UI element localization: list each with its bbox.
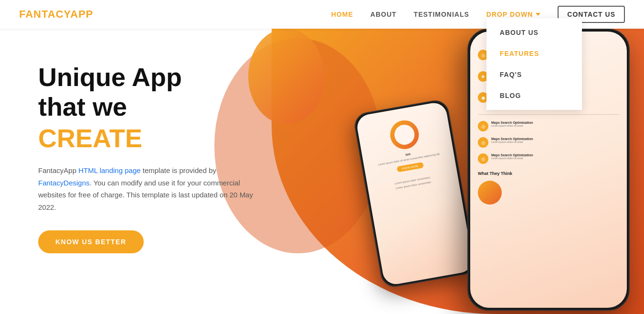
service-desc-6: Lorem ipsum dolor sit amet xyxy=(491,157,619,161)
service-desc-4: Lorem ipsum dolor sit amet xyxy=(491,124,619,128)
nav-link-testimonials[interactable]: TESTIMONIALS xyxy=(414,11,469,18)
nav-item-dropdown[interactable]: DROP DOWN ABOUT US FEATURES FAQ'S BLO xyxy=(486,11,540,18)
service-title-5: Maps Search Optimization xyxy=(491,137,619,141)
hero-section: FANTACYAPP HOME ABOUT TESTIMONIALS DROP … xyxy=(0,0,644,314)
testimonial-avatar xyxy=(478,181,502,205)
service-text-6: Maps Search Optimization Lorem ipsum dol… xyxy=(491,153,619,161)
mini-circle-graphic xyxy=(388,118,422,152)
dropdown-item-blog[interactable]: BLOG xyxy=(486,85,582,106)
fantacy-designs-link[interactable]: FantacyDesigns xyxy=(38,179,90,187)
mini-circle-inner xyxy=(393,123,416,147)
nav-item-contact[interactable]: CONTACT US xyxy=(558,10,625,19)
dropdown-link-features[interactable]: FEATURES xyxy=(486,43,582,64)
know-us-better-button[interactable]: KNOW US BETTER xyxy=(38,230,144,253)
chevron-down-icon xyxy=(536,13,540,16)
dropdown-link-faqs[interactable]: FAQ'S xyxy=(486,64,582,85)
hero-description: FantacyApp HTML landing page template is… xyxy=(38,164,267,213)
hero-content: Unique App that we CREATE FantacyApp HTM… xyxy=(38,62,267,253)
service-item-6: ◎ Maps Search Optimization Lorem ipsum d… xyxy=(478,153,619,164)
service-icon-6: ◎ xyxy=(478,153,488,164)
hero-title: Unique App that we xyxy=(38,62,267,121)
service-text-5: Maps Search Optimization Lorem ipsum dol… xyxy=(491,137,619,144)
service-title-4: Maps Search Optimization xyxy=(491,121,619,124)
mini-app-btn[interactable]: KNOW MORE xyxy=(397,162,423,172)
nav-link-dropdown[interactable]: DROP DOWN xyxy=(486,11,540,18)
testimonial-section-title: What They Think xyxy=(478,171,619,176)
dropdown-menu: ABOUT US FEATURES FAQ'S BLOG xyxy=(486,18,582,110)
html-landing-link[interactable]: HTML landing page xyxy=(78,166,140,174)
phone-divider xyxy=(478,114,619,115)
service-item-5: ◎ Maps Search Optimization Lorem ipsum d… xyxy=(478,137,619,148)
dropdown-link-about-us[interactable]: ABOUT US xyxy=(486,22,582,43)
logo[interactable]: FANTACYAPP xyxy=(19,8,94,21)
nav-link-about[interactable]: ABOUT xyxy=(370,11,397,18)
hero-highlight: CREATE xyxy=(38,123,267,153)
nav-item-about[interactable]: ABOUT xyxy=(370,10,397,19)
dropdown-item-faqs[interactable]: FAQ'S xyxy=(486,64,582,85)
dropdown-link-blog[interactable]: BLOG xyxy=(486,85,582,106)
nav-item-home[interactable]: HOME xyxy=(331,10,353,19)
service-icon-5: ◎ xyxy=(478,137,488,148)
service-desc-5: Lorem ipsum dolor sit amet xyxy=(491,141,619,144)
phone-mockup-secondary: ion Lorem ipsum dolor sit amet consectet… xyxy=(352,98,477,289)
nav-item-testimonials[interactable]: TESTIMONIALS xyxy=(414,10,469,19)
logo-black: FANTACY xyxy=(19,8,70,20)
service-item-4: ◎ Maps Search Optimization Lorem ipsum d… xyxy=(478,121,619,131)
phone-inner-secondary: ion Lorem ipsum dolor sit amet consectet… xyxy=(355,101,475,286)
service-icon-4: ◎ xyxy=(478,121,488,131)
dropdown-item-about-us[interactable]: ABOUT US xyxy=(486,22,582,43)
navbar: FANTACYAPP HOME ABOUT TESTIMONIALS DROP … xyxy=(0,0,644,29)
service-text-4: Maps Search Optimization Lorem ipsum dol… xyxy=(491,121,619,128)
nav-link-home[interactable]: HOME xyxy=(331,11,353,18)
logo-orange: APP xyxy=(70,8,93,20)
nav-links: HOME ABOUT TESTIMONIALS DROP DOWN ABOUT … xyxy=(331,10,625,19)
phone-screen-secondary: ion Lorem ipsum dolor sit amet consectet… xyxy=(355,101,459,198)
service-title-6: Maps Search Optimization xyxy=(491,153,619,157)
dropdown-item-features[interactable]: FEATURES xyxy=(486,43,582,64)
